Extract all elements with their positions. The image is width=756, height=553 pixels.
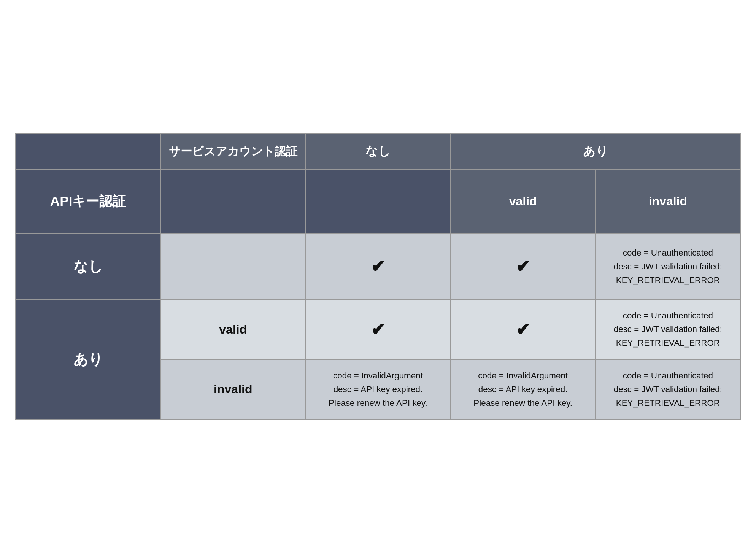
ari-valid-valid-check: ✔	[451, 299, 596, 359]
error-invalid-text-2: code = InvalidArgument desc = API key ex…	[473, 371, 572, 408]
empty-cell-2	[305, 169, 450, 234]
checkmark-3: ✔	[371, 320, 385, 339]
ari-valid-row: あり valid ✔ ✔ code = Unauthenticated desc…	[16, 299, 740, 359]
nashi-row: なし ✔ ✔ code = Unauthenticated desc = JWT…	[16, 234, 740, 299]
ari-valid-label: valid	[160, 299, 305, 359]
page-wrapper: サービスアカウント認証 なし あり APIキー認証 valid invalid …	[0, 0, 756, 553]
error-text-2: code = Unauthenticated desc = JWT valida…	[614, 311, 722, 348]
ari-valid-invalid-error: code = Unauthenticated desc = JWT valida…	[596, 299, 740, 359]
nashi-invalid-error: code = Unauthenticated desc = JWT valida…	[596, 234, 740, 299]
auth-matrix-table: サービスアカウント認証 なし あり APIキー認証 valid invalid …	[15, 133, 741, 420]
ari-header: あり	[451, 133, 740, 169]
valid-sublabel: valid	[451, 169, 596, 234]
invalid-sublabel: invalid	[596, 169, 740, 234]
api-key-auth-label: APIキー認証	[16, 169, 160, 234]
empty-cell-1	[160, 169, 305, 234]
nashi-valid-check: ✔	[451, 234, 596, 299]
nashi-nashi-check: ✔	[305, 234, 450, 299]
error-text-3: code = Unauthenticated desc = JWT valida…	[614, 371, 722, 408]
header-row-1: サービスアカウント認証 なし あり	[16, 133, 740, 169]
nashi-row-label: なし	[16, 234, 160, 299]
error-text-1: code = Unauthenticated desc = JWT valida…	[614, 248, 722, 285]
checkmark-4: ✔	[516, 320, 530, 339]
ari-invalid-valid-error: code = InvalidArgument desc = API key ex…	[451, 359, 596, 420]
top-left-empty-cell	[16, 133, 160, 169]
ari-invalid-nashi-error: code = InvalidArgument desc = API key ex…	[305, 359, 450, 420]
nashi-service-empty	[160, 234, 305, 299]
service-account-header: サービスアカウント認証	[160, 133, 305, 169]
checkmark-1: ✔	[371, 257, 385, 276]
ari-invalid-invalid-error: code = Unauthenticated desc = JWT valida…	[596, 359, 740, 420]
ari-valid-nashi-check: ✔	[305, 299, 450, 359]
ari-row-label: あり	[16, 299, 160, 419]
error-invalid-text-1: code = InvalidArgument desc = API key ex…	[329, 371, 427, 408]
header-row-2: APIキー認証 valid invalid	[16, 169, 740, 234]
checkmark-2: ✔	[516, 257, 530, 276]
nashi-header: なし	[305, 133, 450, 169]
ari-invalid-label: invalid	[160, 359, 305, 420]
